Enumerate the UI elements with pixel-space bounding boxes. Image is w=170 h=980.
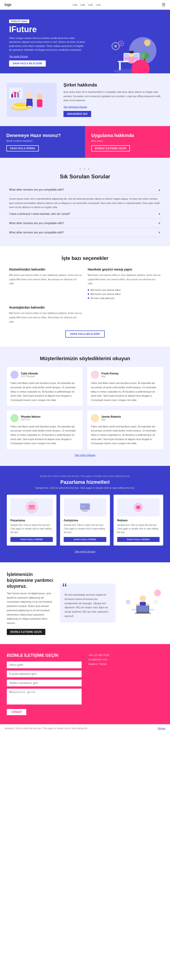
- marketing-card-1: </> Geliştirme Sample text. Click to sel…: [60, 495, 110, 546]
- option-card-3: [88, 305, 161, 326]
- hero-badge: Ödüllü BT Şirketi: [9, 19, 29, 23]
- tcard-role-3: App: [101, 418, 121, 421]
- about-cta-button[interactable]: ŞİRKEDİMİZİ DİZİ: [64, 111, 91, 117]
- tcard-avatar-3: [91, 414, 99, 422]
- faq-list: What other services are you compatible w…: [9, 185, 161, 237]
- faq-item-1[interactable]: I have a technical I need resolved, who …: [9, 209, 161, 219]
- cta-left-button[interactable]: DAHA FAZLA ÖĞREN: [6, 145, 39, 151]
- footer-copyright: samplext. Click to select the text box. …: [5, 727, 87, 730]
- contact-message-row: [7, 689, 82, 705]
- grow-svg: [122, 586, 163, 620]
- faq-item-0[interactable]: What other services are you compatible w…: [9, 185, 161, 194]
- contact-message-input[interactable]: [7, 689, 82, 705]
- mcard-illustration-0: [10, 498, 53, 516]
- mcard-cta-button-0[interactable]: DAHA FAZLA ÖĞREN: [10, 537, 53, 542]
- tcard-text-2: Fabm sed libero amet sed faucibus turpis…: [10, 425, 79, 445]
- grow-cta-button[interactable]: BİZİMLE İLETİŞİME GEÇİN: [7, 629, 45, 635]
- footer-link[interactable]: Glossar: [158, 727, 165, 730]
- tcard-role-0: CEO Glossart: [21, 375, 38, 378]
- faq-question-0: What other services are you compatible w…: [9, 188, 64, 191]
- hamburger-icon[interactable]: ☰: [162, 2, 165, 7]
- cta-split-section: Denemeye Hazır mısınız? Şimdi ücretsiz k…: [0, 126, 170, 158]
- mcard-cta-button-1[interactable]: DAHA FAZLA ÖĞREN: [64, 537, 106, 542]
- contact-inner: BİZİMLE İLETİŞİME GEÇİN GÖNDЕР +90 123 4…: [7, 653, 163, 715]
- contact-name-row: [7, 662, 82, 668]
- option-card-desc-2: Mel lorem iuvl viverra influo in has Val…: [9, 311, 82, 324]
- faq-section: • • • Sık Sorulan Sorular What other ser…: [0, 158, 170, 246]
- svg-line-23: [144, 40, 145, 41]
- mcard-desc-0: Sample text. Click to select the text bo…: [10, 523, 53, 534]
- svg-point-55: [140, 595, 146, 602]
- tcard-info-2: Phoebe Nelson CEO S.A: [21, 415, 40, 421]
- nav-link-2[interactable]: Link: [80, 3, 85, 6]
- hero-cta-button[interactable]: DAHA FAZLA BİLGİ EDİN: [9, 60, 46, 67]
- marketing-nav-link[interactable]: Tam resim Glossar: [75, 550, 95, 553]
- contact-email-row: [7, 671, 82, 677]
- contact-name-input[interactable]: [7, 662, 82, 668]
- grow-title: İşletmenizin büyümesine yardımcı oluyoru…: [7, 571, 53, 589]
- contact-phone-input[interactable]: [7, 679, 82, 686]
- hero-link[interactable]: Tam sayfa Glossar: [9, 55, 86, 58]
- faq-question-3: What other services are you compatible w…: [9, 231, 64, 234]
- cta-left-panel: Denemeye Hazır mısınız? Şimdi ücretsiz k…: [0, 126, 85, 158]
- marketing-edit-hint: Sample text. Click to select the text bo…: [7, 475, 163, 477]
- contact-info: +90 123 456 78 90info@ifuture.comİstanbu…: [88, 653, 163, 715]
- svg-rect-32: [32, 100, 35, 102]
- mcard-illustration-1: </>: [64, 498, 106, 516]
- mcard-cta-button-2[interactable]: DAHA FAZLA ÖĞREN: [117, 537, 160, 542]
- svg-rect-59: [135, 613, 151, 614]
- testimonials-title: Müşterilerimizin söylediklerini okuyun: [7, 356, 163, 361]
- svg-rect-34: [37, 99, 42, 107]
- svg-rect-2: [119, 62, 121, 70]
- options-cta-button[interactable]: DAHA FAZLA BİLGİ EDİN: [65, 331, 105, 337]
- bullet-dot-icon: [88, 293, 89, 295]
- tcard-name-3: Jennie Roberts: [101, 415, 121, 418]
- svg-rect-10: [124, 57, 129, 59]
- cta-right-button[interactable]: BİZİMLE İLETİŞİME GEÇİN: [91, 145, 130, 151]
- option-card-2: Avantajlardan bahsedin Mel lorem iuvl vi…: [9, 305, 82, 326]
- grow-content: İşletmenizin büyümesine yardımcı oluyoru…: [7, 571, 53, 635]
- svg-point-63: [126, 600, 130, 604]
- faq-item-2[interactable]: What other services are you compatible w…: [9, 219, 161, 228]
- contact-submit-button[interactable]: GÖNDЕР: [7, 709, 26, 715]
- tcard-text-1: Fabm sed libero amet sed faucibus turpis…: [91, 381, 160, 402]
- option-card-title-2: Avantajlardan bahsedin: [9, 305, 82, 309]
- grow-section: İşletmenizin büyümesine yardımcı oluyoru…: [0, 562, 170, 644]
- testimonials-link[interactable]: Tam resim Glossar: [75, 453, 95, 457]
- svg-point-29: [26, 92, 33, 99]
- cta-left-subtitle: Şimdi ücretsiz kaydolun: [6, 140, 79, 142]
- svg-point-33: [37, 94, 42, 99]
- tcard-name-0: Calla Almeda: [21, 372, 38, 375]
- marketing-title: Pazarlama hizmetleri: [7, 479, 163, 485]
- hero-section: Ödüllü BT Şirketi IFuture Vitae congue m…: [0, 10, 170, 73]
- marketing-card-2: Reklam Sample text. Click to select the …: [114, 495, 163, 546]
- faq-chevron-3: ▼: [158, 231, 161, 234]
- contact-section: BİZİMLE İLETİŞİME GEÇİN GÖNDЕР +90 123 4…: [0, 644, 170, 724]
- mcard-title-1: Geliştirme: [64, 519, 106, 522]
- svg-rect-58: [137, 606, 149, 612]
- mcard-desc-1: Sample text. Click to select the text bo…: [64, 523, 106, 534]
- cta-right-title: Uygulama hakkında: [91, 133, 164, 138]
- tcard-avatar-1: [91, 371, 99, 379]
- testimonial-card-3: Jennie Roberts App Fabm sed libero amet …: [87, 410, 163, 449]
- faq-item-3[interactable]: What other services are you compatible w…: [9, 228, 161, 237]
- option-card-0: Hizmetinizden bahsedin Mel lorem iuvl vi…: [9, 267, 82, 300]
- faq-chevron-1: ▼: [158, 212, 161, 216]
- faq-question-1: I have a technical I need resolved, who …: [9, 212, 70, 215]
- about-content: Şirket hakkında Quis autur dolor sit in …: [64, 83, 163, 117]
- svg-rect-36: [11, 94, 13, 97]
- tcard-text-0: Fabm sed libero amet sed faucibus turpis…: [10, 381, 79, 402]
- navbar: logo Link Link Link Link ☰: [0, 0, 170, 10]
- svg-point-19: [120, 43, 122, 45]
- about-link[interactable]: Tam görünümü Glossar: [64, 106, 163, 108]
- svg-line-24: [150, 40, 151, 41]
- svg-rect-37: [14, 92, 16, 97]
- mcard-desc-2: Sample text. Click to select the text bo…: [117, 523, 160, 534]
- tcard-info-1: Frank Kinney App: [101, 372, 119, 378]
- nav-link-1[interactable]: Link: [73, 3, 77, 6]
- nav-link-4[interactable]: Link: [96, 3, 100, 6]
- nav-link-3[interactable]: Link: [88, 3, 93, 6]
- footer: samplext. Click to select the text box. …: [0, 724, 170, 732]
- contact-email-input[interactable]: [7, 671, 82, 677]
- svg-rect-11: [134, 57, 139, 59]
